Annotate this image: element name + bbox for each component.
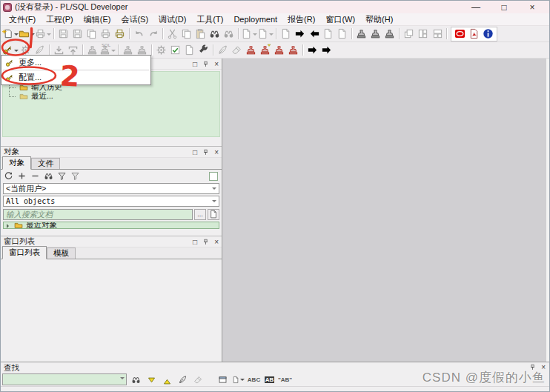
filter-clear-button[interactable]	[70, 171, 81, 182]
find-previous-up-button[interactable]	[161, 373, 173, 385]
tile-vertical-button[interactable]	[430, 27, 444, 41]
cascade-windows-button[interactable]	[402, 27, 416, 41]
doc-scope-button[interactable]	[232, 373, 245, 385]
menu-item-more[interactable]: 更多...	[1, 56, 150, 69]
red-stamp-button-1[interactable]	[244, 43, 258, 57]
tile-horizontal-button[interactable]	[416, 27, 430, 41]
recent-objects-row[interactable]: 最近对象	[3, 222, 219, 229]
regex-button[interactable]: "AB"	[279, 373, 291, 385]
browse-button[interactable]: ...	[194, 209, 206, 220]
copy-button[interactable]	[179, 27, 193, 41]
red-stamp-button-4[interactable]	[286, 43, 300, 57]
pdf-button[interactable]	[467, 27, 481, 41]
edit-document-button[interactable]	[279, 27, 293, 41]
mark-all-button[interactable]	[176, 373, 189, 385]
find-next-down-button[interactable]	[145, 373, 158, 385]
panel-pin-icon[interactable]	[529, 364, 536, 371]
refresh-button[interactable]	[3, 171, 14, 182]
doc-copy-button[interactable]	[182, 43, 196, 57]
filter-button[interactable]	[56, 171, 67, 182]
tab-templates[interactable]: 模板	[47, 248, 76, 259]
card-button[interactable]	[230, 43, 244, 57]
panel-close-icon[interactable]: ×	[214, 238, 219, 246]
collapse-button[interactable]	[30, 171, 41, 182]
panel-pin-icon[interactable]	[202, 149, 209, 156]
maximize-button[interactable]: □	[490, 1, 518, 13]
pen-button[interactable]	[216, 43, 230, 57]
menu-item-edit[interactable]: 编辑(E)	[79, 13, 116, 26]
match-case-button[interactable]: AB	[263, 373, 276, 385]
menu-item-window[interactable]: 窗口(W)	[320, 13, 360, 26]
search-doc-button[interactable]	[208, 209, 219, 220]
panel-close-icon[interactable]: ×	[541, 363, 546, 371]
find-object-button[interactable]	[43, 171, 54, 182]
panel-restore-icon[interactable]: □	[193, 148, 197, 156]
panel-close-icon[interactable]: ×	[214, 60, 219, 68]
tab-objects[interactable]: 对象	[2, 156, 31, 170]
new-test-window-button[interactable]	[368, 27, 382, 41]
tab-files[interactable]: 文件	[31, 158, 60, 169]
menu-item-configure[interactable]: 配置...	[1, 71, 150, 84]
menu-item-help[interactable]: 帮助(H)	[360, 13, 398, 26]
menu-item-reports[interactable]: 报告(R)	[282, 13, 320, 26]
current-user-combo[interactable]: <当前用户>	[3, 183, 219, 194]
oracle-home-button[interactable]	[453, 27, 467, 41]
toolbar-separator	[151, 44, 152, 56]
panel-restore-icon[interactable]: □	[193, 238, 197, 246]
expand-button[interactable]	[16, 171, 27, 182]
panel-pin-icon[interactable]	[202, 61, 209, 67]
cut-button[interactable]	[165, 27, 179, 41]
menu-item-session[interactable]: 会话(S)	[116, 13, 153, 26]
paste-button[interactable]	[193, 27, 208, 41]
about-info-button[interactable]	[481, 27, 495, 41]
clear-highlight-button[interactable]	[192, 373, 205, 385]
panel-close-icon[interactable]: ×	[214, 148, 219, 156]
todo-checklist-button[interactable]	[168, 43, 182, 57]
print-setup-button[interactable]	[113, 27, 127, 41]
new-button[interactable]	[2, 27, 19, 41]
preferences-wrench-button[interactable]	[196, 43, 211, 57]
doc-left-button[interactable]	[321, 27, 335, 41]
expand-arrow-icon[interactable]	[7, 224, 11, 228]
objects-checkbox[interactable]	[209, 172, 218, 181]
red-arrow-button[interactable]	[319, 43, 334, 57]
redo-button[interactable]	[146, 27, 160, 41]
whole-word-button[interactable]: ABC	[248, 373, 260, 385]
print-button[interactable]	[99, 27, 113, 41]
new-sql-window-button[interactable]	[354, 27, 368, 41]
open-button[interactable]	[19, 27, 35, 41]
find-run-button[interactable]	[130, 373, 142, 385]
next-document-button[interactable]	[257, 27, 274, 41]
compile-gears-button[interactable]	[154, 43, 168, 57]
save-all-button[interactable]	[85, 27, 99, 41]
objects-filter-combo[interactable]: All objects	[3, 196, 219, 207]
red-stamp-button-3[interactable]	[272, 43, 286, 57]
undo-button[interactable]	[132, 27, 146, 41]
previous-document-button[interactable]	[241, 27, 257, 41]
new-command-window-button[interactable]	[382, 27, 397, 41]
window-scope-button[interactable]	[216, 373, 229, 385]
tree-item-recent[interactable]: 最近...	[3, 92, 219, 101]
minimize-button[interactable]: —	[462, 1, 490, 13]
blue-arrow-button[interactable]	[305, 43, 319, 57]
red-stamp-button-2[interactable]	[258, 43, 272, 57]
tab-window-list[interactable]: 窗口列表	[2, 246, 47, 259]
panel-pin-icon[interactable]	[202, 239, 209, 245]
menu-item-project[interactable]: 工程(P)	[41, 13, 79, 26]
doc-right-button[interactable]	[335, 27, 349, 41]
find-next-button[interactable]	[222, 27, 236, 41]
find-text-combo[interactable]	[2, 373, 127, 385]
menu-item-file[interactable]: 文件(F)	[4, 13, 41, 26]
save-button[interactable]	[56, 27, 70, 41]
panel-restore-icon[interactable]: □	[193, 60, 197, 68]
save-as-button[interactable]	[70, 27, 85, 41]
close-button[interactable]: ×	[518, 1, 546, 13]
find-button[interactable]	[208, 27, 222, 41]
menu-item-deployment[interactable]: Deployment	[228, 14, 282, 24]
indent-button[interactable]	[293, 27, 307, 41]
print-preview-button[interactable]	[35, 27, 51, 41]
object-search-input[interactable]	[3, 209, 193, 220]
menu-item-tools[interactable]: 工具(T)	[191, 13, 228, 26]
menu-item-debug[interactable]: 调试(D)	[153, 13, 191, 26]
outdent-button[interactable]	[307, 27, 321, 41]
